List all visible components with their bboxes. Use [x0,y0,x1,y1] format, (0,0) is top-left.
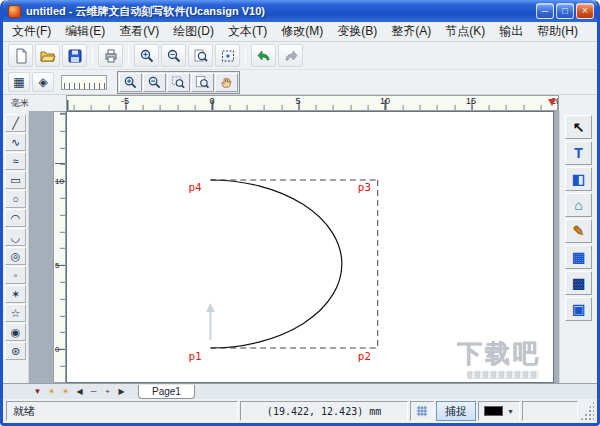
curve-tool[interactable]: ∿ [5,133,26,151]
vertical-ruler[interactable]: 1050 [53,111,66,383]
page-control-icon: ◀ [76,388,82,396]
spiral-icon: ⊛ [11,346,20,357]
save-button[interactable] [62,44,87,67]
open-button[interactable] [35,44,60,67]
resize-grip[interactable] [580,401,594,421]
home-view-tool[interactable]: ⌂ [565,193,592,217]
ruler-row: 毫米 -505101520 [3,95,597,111]
zoom-in-icon [123,75,138,90]
select-tool[interactable]: ↖ [565,115,592,139]
menu-item-transform[interactable]: 变换(B) [330,21,384,42]
star-tool[interactable]: ✶ [5,285,26,303]
direction-arrow [206,303,215,340]
statusbar: 就绪 (19.422, 12.423) mm 捕捉 ▼ [3,399,597,423]
menu-item-modify[interactable]: 修改(M) [274,21,330,42]
grid-view-tool[interactable]: ▦ [565,245,592,269]
zoom-in-icon [139,48,155,64]
ruler-number: 10 [380,96,390,106]
zoom-fit-button[interactable] [215,44,240,67]
guides-toggle-button[interactable]: ◈ [32,72,54,92]
collapse-tabs-button[interactable]: ─ [87,385,100,398]
minimize-button[interactable]: ─ [536,3,554,19]
spiral-tool[interactable]: ⊛ [5,342,26,360]
line-tool[interactable]: ╱ [5,114,26,132]
grid-icon: ▦ [572,250,585,264]
rectangle-tool[interactable]: ▭ [5,171,26,189]
node-edit-tool[interactable]: ✎ [565,219,592,243]
object-manager-tool[interactable]: ▩ [565,271,592,295]
menu-item-file[interactable]: 文件(F) [5,21,58,42]
drawing-canvas[interactable]: p1 p2 p3 p4 下载吧 [66,111,554,383]
zoom-page-icon [193,48,209,64]
page-control-icon: ─ [91,388,97,396]
page-control-icon: + [105,388,110,396]
menu-item-node[interactable]: 节点(K) [438,21,492,42]
menu-item-help[interactable]: 帮助(H) [530,21,585,42]
open-folder-icon [40,48,56,64]
ruler-number: 10 [55,177,64,186]
point-label-p1: p1 [189,350,202,363]
prev-page-button[interactable]: ◀ [73,385,86,398]
arc-down-tool[interactable]: ◡ [5,228,26,246]
menu-item-view[interactable]: 查看(V) [112,21,166,42]
pencil-icon: ✎ [573,224,585,238]
show-all-pages-button[interactable]: ☀ [45,385,58,398]
menubar: 文件(F) 编辑(E) 查看(V) 绘图(D) 文本(T) 修改(M) 变换(B… [3,22,597,42]
next-page-button[interactable]: ▶ [115,385,128,398]
concentric-icon: ◉ [11,327,21,338]
properties-tool[interactable]: ▣ [565,297,592,321]
concentric-circle-tool[interactable]: ◉ [5,323,26,341]
fill-tool[interactable]: ◧ [565,167,592,191]
point-tool[interactable]: ◦ [5,266,26,284]
zoom-page-button[interactable] [188,44,213,67]
toolbar-separator [92,46,93,65]
ruler-ticks [55,112,65,382]
grid-icon [415,404,429,418]
arc-tool[interactable]: ◠ [5,209,26,227]
text-tool[interactable]: T [565,141,592,165]
wave-tool[interactable]: ≈ [5,152,26,170]
horizontal-ruler[interactable]: -505101520 [66,95,559,111]
add-page-button[interactable]: + [101,385,114,398]
maximize-button[interactable]: □ [556,3,574,19]
page-controls: ▼ ☀ ☀ ◀ ─ + [31,385,128,398]
zoom-in-tool-button[interactable] [119,73,142,92]
ellipse-tool[interactable]: ◎ [5,247,26,265]
print-button[interactable] [98,44,123,67]
page-menu-button[interactable]: ▼ [31,385,44,398]
grid-indicator[interactable] [410,401,434,421]
snap-toggle-button[interactable]: 捕捉 [436,401,476,421]
menu-item-output[interactable]: 输出 [492,21,530,42]
watermark-subtext [467,371,539,379]
arc-curve[interactable] [210,180,341,348]
show-current-page-button[interactable]: ☀ [59,385,72,398]
circle-tool[interactable]: ○ [5,190,26,208]
menu-item-align[interactable]: 整齐(A) [384,21,438,42]
menu-item-edit[interactable]: 编辑(E) [58,21,112,42]
zoom-in-button[interactable] [134,44,159,67]
new-button[interactable] [8,44,33,67]
close-button[interactable]: × [576,3,594,19]
polygon-tool[interactable]: ☆ [5,304,26,322]
titlebar[interactable]: untitled - 云维牌文自动刻写软件(Ucansign V10) ─ □ … [3,0,597,22]
workspace: 1050 p1 p2 [29,111,559,383]
pan-button[interactable] [215,73,238,92]
undo-arrow-icon [256,48,272,64]
color-selector[interactable]: ▼ [478,401,520,421]
redo-arrow-icon [283,48,299,64]
point-label-p3: p3 [358,181,371,194]
zoom-all-button[interactable] [191,73,214,92]
tab-page1[interactable]: Page1 [138,385,195,399]
page-control-icon: ▶ [118,388,124,396]
zoom-out-button[interactable] [161,44,186,67]
grid-toggle-button[interactable]: ▦ [8,72,30,92]
page-control-icon: ▼ [34,388,42,396]
ruler-ticks [67,100,558,110]
menu-item-draw[interactable]: 绘图(D) [166,21,221,42]
zoom-out-tool-button[interactable] [143,73,166,92]
undo-button[interactable] [251,44,276,67]
menu-item-text[interactable]: 文本(T) [221,21,274,42]
zoom-window-button[interactable] [167,73,190,92]
redo-button[interactable] [278,44,303,67]
point-icon: ◦ [14,270,18,281]
